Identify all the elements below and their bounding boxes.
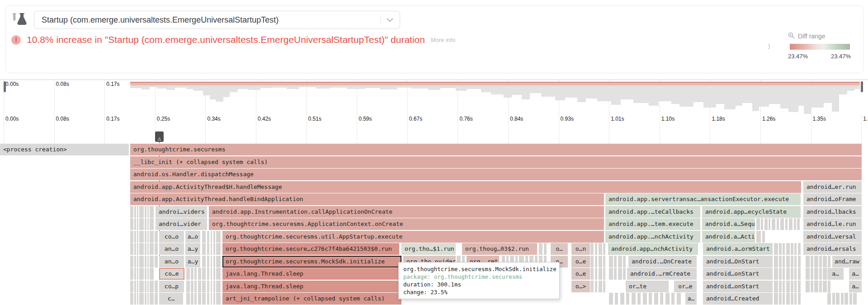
flame-sliver[interactable] bbox=[649, 293, 652, 305]
flame-sliver[interactable] bbox=[130, 218, 133, 230]
flame-sliver[interactable] bbox=[134, 218, 136, 230]
flame-bar[interactable]: android.os.Handler.dispatchMessage bbox=[130, 169, 862, 180]
flame-bar[interactable]: android.…OnCreate bbox=[628, 256, 697, 267]
flame-sliver[interactable] bbox=[150, 231, 154, 243]
flame-sliver[interactable] bbox=[609, 256, 613, 267]
flame-sliver[interactable] bbox=[774, 281, 778, 292]
flame-sliver[interactable] bbox=[632, 293, 636, 305]
flame-sliver[interactable] bbox=[595, 281, 597, 292]
flame-bar[interactable]: org.thoughtcrime.secure…c276c7f4ba642150… bbox=[222, 243, 399, 255]
flame-sliver[interactable] bbox=[590, 256, 594, 267]
flame-sliver[interactable] bbox=[216, 281, 221, 292]
flame-sliver[interactable] bbox=[216, 293, 221, 305]
flame-sliver[interactable] bbox=[150, 281, 154, 292]
flame-sliver[interactable] bbox=[660, 293, 663, 305]
more-info-link[interactable]: More info bbox=[431, 37, 455, 43]
flame-sliver[interactable] bbox=[671, 293, 675, 305]
flame-sliver[interactable] bbox=[137, 293, 138, 305]
flame-bar[interactable]: art_jni_trampoline (+ collapsed system c… bbox=[222, 293, 401, 305]
flame-sliver[interactable] bbox=[643, 293, 647, 305]
flame-sliver[interactable] bbox=[137, 256, 138, 267]
flame-sliver[interactable] bbox=[819, 281, 822, 292]
flame-sliver[interactable] bbox=[614, 268, 617, 280]
flame-sliver[interactable] bbox=[194, 268, 197, 280]
flame-sliver[interactable] bbox=[780, 218, 784, 230]
flame-sliver[interactable] bbox=[213, 281, 215, 292]
flame-sliver[interactable] bbox=[137, 268, 138, 280]
flame-sliver[interactable] bbox=[756, 231, 761, 243]
flame-sliver[interactable] bbox=[155, 293, 158, 305]
flame-bar[interactable]: android…er.run bbox=[803, 181, 862, 193]
flame-bar[interactable]: a… bbox=[827, 268, 844, 280]
flame-sliver[interactable] bbox=[791, 281, 793, 292]
flame-bar[interactable]: co…p bbox=[159, 281, 184, 292]
flame-bar[interactable]: android…onStart bbox=[703, 268, 773, 280]
flame-sliver[interactable] bbox=[150, 293, 154, 305]
test-selector[interactable]: Startup (com.emerge.universaltests.Emerg… bbox=[34, 11, 400, 29]
flame-sliver[interactable] bbox=[207, 281, 209, 292]
flame-sliver[interactable] bbox=[779, 293, 782, 305]
flame-bar[interactable]: androi…vider bbox=[156, 218, 207, 230]
flame-bar[interactable]: android…lbacks bbox=[803, 206, 862, 218]
flame-bar[interactable]: co…e bbox=[159, 268, 184, 280]
flame-bar[interactable]: or…te bbox=[626, 281, 669, 292]
flame-sliver[interactable] bbox=[139, 231, 144, 243]
flame-sliver[interactable] bbox=[191, 268, 193, 280]
flame-sliver[interactable] bbox=[137, 206, 138, 218]
flame-bar[interactable]: a… bbox=[849, 268, 862, 280]
flame-sliver[interactable] bbox=[779, 256, 782, 267]
flame-sliver[interactable] bbox=[134, 206, 136, 218]
flame-sliver[interactable] bbox=[150, 206, 154, 218]
flame-sliver[interactable] bbox=[609, 293, 613, 305]
flame-sliver[interactable] bbox=[191, 293, 193, 305]
flame-sliver[interactable] bbox=[654, 293, 658, 305]
flame-sliver[interactable] bbox=[783, 268, 785, 280]
flame-sliver[interactable] bbox=[603, 268, 605, 280]
flame-sliver[interactable] bbox=[150, 268, 154, 280]
flame-sliver[interactable] bbox=[828, 281, 830, 292]
flame-sliver[interactable] bbox=[814, 268, 818, 280]
flame-sliver[interactable] bbox=[211, 268, 212, 280]
flame-sliver[interactable] bbox=[819, 256, 822, 267]
flame-sliver[interactable] bbox=[783, 243, 785, 255]
flame-sliver[interactable] bbox=[134, 231, 136, 243]
flame-sliver[interactable] bbox=[603, 281, 605, 292]
flame-bar[interactable]: a… bbox=[685, 293, 697, 305]
flame-sliver[interactable] bbox=[207, 293, 209, 305]
flame-sliver[interactable] bbox=[623, 256, 626, 267]
flame-sliver[interactable] bbox=[798, 293, 801, 305]
flame-bar[interactable]: __libc_init (+ collapsed system calls) bbox=[130, 156, 862, 168]
flame-sliver[interactable] bbox=[841, 293, 844, 305]
flame-sliver[interactable] bbox=[786, 256, 790, 267]
flame-sliver[interactable] bbox=[147, 243, 149, 255]
flame-sliver[interactable] bbox=[137, 218, 138, 230]
flame-sliver[interactable] bbox=[137, 281, 138, 292]
flame-sliver[interactable] bbox=[198, 281, 201, 292]
flame-bar[interactable]: a…o bbox=[185, 231, 200, 243]
flame-bar[interactable]: org.thoughtcrime.securesms bbox=[130, 144, 862, 155]
flame-sliver[interactable] bbox=[618, 256, 622, 267]
flame-sliver[interactable] bbox=[130, 268, 133, 280]
flame-sliver[interactable] bbox=[145, 231, 146, 243]
flame-sliver[interactable] bbox=[798, 256, 801, 267]
flame-sliver[interactable] bbox=[786, 243, 790, 255]
flame-sliver[interactable] bbox=[794, 293, 797, 305]
minimap[interactable]: 0.00s0.08s0.17s0.25s0.34s0.42s0.51s0.59s… bbox=[0, 80, 868, 115]
flame-sliver[interactable] bbox=[139, 218, 144, 230]
flame-sliver[interactable] bbox=[145, 218, 146, 230]
flame-sliver[interactable] bbox=[823, 281, 827, 292]
flame-bar[interactable]: org.thoughtcrime.securesms.util.AppStart… bbox=[222, 231, 604, 243]
flame-sliver[interactable] bbox=[603, 243, 605, 255]
flame-sliver[interactable] bbox=[609, 268, 613, 280]
flame-sliver[interactable] bbox=[828, 256, 830, 267]
flame-bar[interactable]: c… bbox=[159, 293, 183, 305]
flame-sliver[interactable] bbox=[798, 243, 801, 255]
flame-sliver[interactable] bbox=[139, 256, 144, 267]
flame-sliver[interactable] bbox=[836, 293, 840, 305]
flame-bar[interactable]: org.thoug…03$2.run bbox=[462, 243, 537, 255]
flame-sliver[interactable] bbox=[145, 293, 146, 305]
flame-sliver[interactable] bbox=[191, 281, 193, 292]
flame-sliver[interactable] bbox=[207, 256, 209, 267]
flame-sliver[interactable] bbox=[595, 256, 597, 267]
flame-sliver[interactable] bbox=[147, 206, 149, 218]
